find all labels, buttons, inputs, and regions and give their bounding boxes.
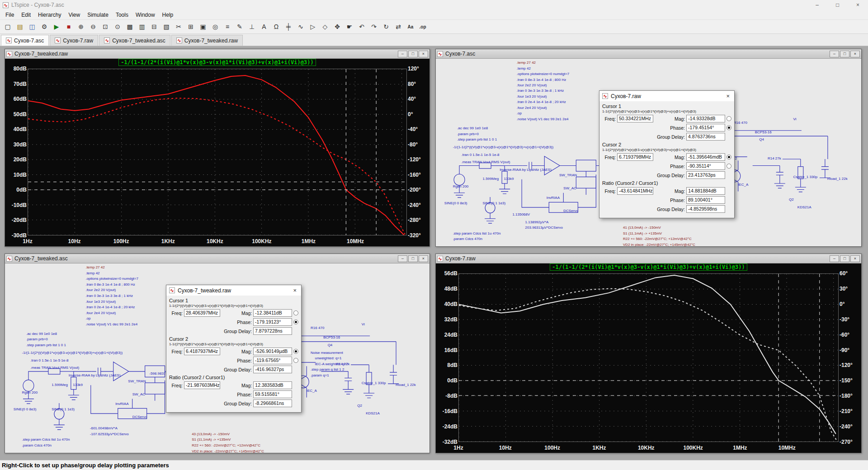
tile-vertical-icon[interactable]: ▥ <box>136 21 148 33</box>
menu-item[interactable]: Tools <box>112 11 132 19</box>
ratio-groupdelay-value[interactable]: -4.8529598ns <box>686 205 725 213</box>
trace-expression[interactable]: -1/(1-1/(2*(i(Vi)@1*v(x)@3-v(x)@1*i(Vi)@… <box>5 59 429 66</box>
mirror-icon[interactable]: ⇄ <box>392 21 404 33</box>
child-window-titlebar[interactable]: ∿ Сухов-7_tweaked.asc – □ × <box>5 254 429 263</box>
cursor2-phase-value[interactable]: -119.67565° <box>253 357 292 364</box>
plot-canvas[interactable] <box>459 274 838 442</box>
ratio-mag-value[interactable]: 12.383583dB <box>253 381 292 389</box>
menu-item[interactable]: File <box>2 11 18 19</box>
tab-suhov-7-tweaked-raw[interactable]: ∿ Сухов-7_tweaked.raw <box>171 35 243 46</box>
window-minimize-button[interactable]: – <box>398 51 407 57</box>
find-icon[interactable]: ◎ <box>209 21 221 33</box>
child-window-titlebar[interactable]: ∿ Сухов-7.asc – □ × <box>436 49 861 59</box>
diode-icon[interactable]: ▷ <box>307 21 319 33</box>
spice-directive-icon[interactable]: .op <box>417 21 429 33</box>
tile-horizontal-icon[interactable]: ⊟ <box>148 21 160 33</box>
run-icon[interactable]: ▶ <box>51 21 62 33</box>
menu-item[interactable]: View <box>65 11 84 19</box>
window-restore-button[interactable]: □ <box>408 51 418 57</box>
window-restore-button[interactable]: □ <box>840 255 849 262</box>
cursor2-groupdelay-value[interactable]: -416.96327ps <box>253 366 292 373</box>
cursor2-mag-radio[interactable] <box>726 155 731 160</box>
trace-magnitude[interactable] <box>459 275 836 434</box>
copy-icon[interactable]: ⊞ <box>185 21 197 33</box>
component-icon[interactable]: ◇ <box>319 21 331 33</box>
cursor1-phase-value[interactable]: -179.19123° <box>253 318 292 326</box>
cursor2-groupdelay-value[interactable]: 23.413763ps <box>686 171 725 179</box>
schematic-canvas[interactable]: .temp 27 42.temp 42.options plotwinsize=… <box>436 59 861 246</box>
drag-icon[interactable]: ☛ <box>344 21 355 33</box>
schematic-canvas[interactable]: .temp 27 42.temp 42.options plotwinsize=… <box>5 263 429 453</box>
zoom-fit-icon[interactable]: ⊙ <box>112 21 123 33</box>
menu-item[interactable]: Help <box>159 11 177 19</box>
cursor2-freq-value[interactable]: 6.7193798MHz <box>617 153 653 161</box>
cursor2-phase-value[interactable]: -90.35114° <box>686 162 725 170</box>
cursor1-phase-value[interactable]: -179.45154° <box>686 124 725 132</box>
trace-expression[interactable]: -1/(1-1/(2*(i(Vi)@1*v(x)@3-v(x)@1*i(Vi)@… <box>436 264 861 270</box>
zoom-area-icon[interactable]: ⊡ <box>99 21 111 33</box>
zoom-in-icon[interactable]: ⊕ <box>75 21 87 33</box>
window-close-button[interactable]: × <box>419 255 428 262</box>
tab-suhov-7-raw[interactable]: ∿ Сухов-7.raw <box>50 35 98 46</box>
child-window-titlebar[interactable]: ∿ Сухов-7.raw – □ × <box>436 254 861 263</box>
halt-icon[interactable]: ■ <box>63 21 75 33</box>
maximize-button[interactable]: □ <box>827 0 848 10</box>
window-close-button[interactable]: × <box>419 51 428 57</box>
ratio-phase-value[interactable]: 89.100401° <box>686 196 725 204</box>
ratio-groupdelay-value[interactable]: -8.2966861ns <box>253 400 292 407</box>
save-icon[interactable]: ◫ <box>26 21 38 33</box>
window-close-button[interactable]: × <box>850 255 860 262</box>
cursor2-mag-value[interactable]: -526.90149µdB <box>253 348 292 355</box>
cursor2-phase-radio[interactable] <box>726 164 731 169</box>
move-icon[interactable]: ✥ <box>331 21 343 33</box>
text-icon[interactable]: Aa <box>405 21 416 33</box>
window-close-button[interactable]: × <box>850 51 860 57</box>
cursor1-mag-value[interactable]: -14.93328dB <box>686 115 725 122</box>
control-panel-icon[interactable]: ⚙ <box>38 21 50 33</box>
dialog-close-icon[interactable]: × <box>724 93 731 99</box>
cursor2-mag-radio[interactable] <box>293 349 298 354</box>
menu-item[interactable]: Hierarchy <box>34 11 65 19</box>
cursor1-mag-radio[interactable] <box>726 116 731 121</box>
cursor1-freq-value[interactable]: 28.406397MHz <box>184 309 220 317</box>
resistor-icon[interactable]: Ω <box>270 21 282 33</box>
wire-icon[interactable]: ✎ <box>234 21 245 33</box>
undo-icon[interactable]: ↶ <box>356 21 368 33</box>
inductor-icon[interactable]: ∿ <box>295 21 307 33</box>
ratio-mag-value[interactable]: 14.881884dB <box>686 187 725 195</box>
cursor2-mag-value[interactable]: -51.395646mdB <box>686 153 725 161</box>
print-icon[interactable]: ≡ <box>222 21 233 33</box>
window-minimize-button[interactable]: – <box>830 51 839 57</box>
menu-item[interactable]: Simulate <box>84 11 112 19</box>
plot-canvas[interactable] <box>28 69 406 235</box>
window-minimize-button[interactable]: – <box>830 255 839 262</box>
grid-icon[interactable]: ▩ <box>124 21 136 33</box>
paste-icon[interactable]: ▣ <box>197 21 209 33</box>
ground-icon[interactable]: ⊥ <box>246 21 258 33</box>
new-schematic-icon[interactable]: ▢ <box>2 21 14 33</box>
cursor1-mag-radio[interactable] <box>293 310 298 315</box>
dialog-titlebar[interactable]: ∿ Сухов-7_tweaked.raw × <box>166 285 301 296</box>
rotate-icon[interactable]: ↻ <box>380 21 392 33</box>
cut-icon[interactable]: ✂ <box>173 21 184 33</box>
net-label-icon[interactable]: A <box>258 21 270 33</box>
cursor1-phase-radio[interactable] <box>726 125 731 130</box>
open-file-icon[interactable]: ▤ <box>14 21 26 33</box>
dialog-close-icon[interactable]: × <box>291 287 298 294</box>
window-restore-button[interactable]: □ <box>840 51 849 57</box>
cursor1-freq-value[interactable]: 50.334221MHz <box>617 115 653 122</box>
menu-item[interactable]: Edit <box>18 11 34 19</box>
window-restore-button[interactable]: □ <box>408 255 418 262</box>
menu-item[interactable]: Window <box>132 11 159 19</box>
trace-phase[interactable] <box>28 98 405 234</box>
cursor2-freq-value[interactable]: 6.4187937MHz <box>184 348 220 355</box>
cursor1-mag-value[interactable]: -12.38411dB <box>253 309 292 317</box>
dialog-titlebar[interactable]: ∿ Сухов-7.raw × <box>599 91 734 101</box>
cursor2-phase-radio[interactable] <box>293 358 298 363</box>
window-minimize-button[interactable]: – <box>398 255 407 262</box>
redo-icon[interactable]: ↷ <box>368 21 380 33</box>
minimize-button[interactable]: – <box>807 0 827 10</box>
cursor1-phase-radio[interactable] <box>293 320 298 324</box>
cascade-windows-icon[interactable]: ▧ <box>160 21 172 33</box>
capacitor-icon[interactable]: ╪ <box>283 21 294 33</box>
